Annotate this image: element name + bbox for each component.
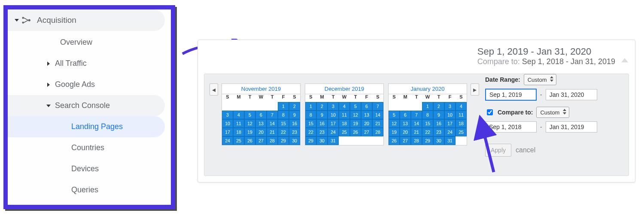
calendar-day-cell[interactable]: 14 xyxy=(267,119,278,128)
calendar-day-cell[interactable]: 24 xyxy=(328,128,339,136)
calendar-day-cell[interactable]: 18 xyxy=(233,128,244,136)
calendar-day-cell[interactable]: 31 xyxy=(328,136,339,145)
calendar-day-cell[interactable]: 7 xyxy=(267,111,278,119)
calendar-day-cell[interactable]: 20 xyxy=(400,128,411,136)
calendar-day-cell[interactable]: 16 xyxy=(316,119,328,128)
calendar-day-cell[interactable]: 30 xyxy=(433,136,444,145)
sidebar-item-google-ads[interactable]: Google Ads xyxy=(8,74,165,95)
calendar-day-cell[interactable]: 5 xyxy=(244,111,255,119)
calendar-day-cell[interactable]: 11 xyxy=(456,111,467,119)
calendar-day-cell[interactable]: 1 xyxy=(422,102,433,111)
calendar-day-cell[interactable]: 8 xyxy=(278,111,289,119)
end-date-input[interactable]: Jan 31, 2020 xyxy=(546,89,597,100)
calendar-day-cell[interactable]: 21 xyxy=(411,128,422,136)
calendar-day-cell[interactable]: 12 xyxy=(389,119,400,128)
calendar-day-cell[interactable]: 14 xyxy=(411,119,422,128)
calendar-day-cell[interactable]: 10 xyxy=(444,111,456,119)
calendar-day-cell[interactable]: 27 xyxy=(255,136,267,145)
calendar-day-cell[interactable]: 1 xyxy=(305,102,316,111)
calendar-day-cell[interactable]: 23 xyxy=(433,128,444,136)
compare-start-date-input[interactable]: Sep 1, 2018 xyxy=(485,121,537,133)
calendar-day-cell[interactable]: 3 xyxy=(328,102,339,111)
calendar-day-cell[interactable]: 20 xyxy=(361,119,372,128)
calendar-day-cell[interactable]: 6 xyxy=(400,111,411,119)
calendar-day-cell[interactable]: 5 xyxy=(350,102,361,111)
calendar-day-cell[interactable]: 17 xyxy=(222,128,233,136)
calendar-day-cell[interactable]: 23 xyxy=(289,128,300,136)
calendar-day-cell[interactable]: 5 xyxy=(389,111,400,119)
compare-select[interactable]: Custom xyxy=(536,107,569,118)
sidebar-item-all-traffic[interactable]: All Traffic xyxy=(8,53,165,74)
calendar-day-cell[interactable]: 4 xyxy=(339,102,350,111)
calendar-day-cell[interactable]: 2 xyxy=(316,102,328,111)
calendar-day-cell[interactable]: 13 xyxy=(255,119,267,128)
date-range-select[interactable]: Custom xyxy=(524,74,557,85)
calendar-day-cell[interactable]: 18 xyxy=(456,119,467,128)
calendar-day-cell[interactable]: 20 xyxy=(255,128,267,136)
calendar-day-cell[interactable]: 22 xyxy=(422,128,433,136)
calendar-day-cell[interactable]: 21 xyxy=(267,128,278,136)
calendar-day-cell[interactable]: 27 xyxy=(361,128,372,136)
calendar-day-cell[interactable]: 2 xyxy=(433,102,444,111)
calendar-day-cell[interactable]: 17 xyxy=(328,119,339,128)
calendar-day-cell[interactable]: 14 xyxy=(372,111,383,119)
sidebar-sub-landing-pages[interactable]: Landing Pages xyxy=(8,116,165,137)
calendar-day-cell[interactable]: 16 xyxy=(289,119,300,128)
calendar-day-cell[interactable]: 12 xyxy=(244,119,255,128)
calendar-day-cell[interactable]: 28 xyxy=(267,136,278,145)
calendar-day-cell[interactable]: 12 xyxy=(350,111,361,119)
calendar-day-cell[interactable]: 22 xyxy=(305,128,316,136)
compare-checkbox[interactable] xyxy=(487,109,493,115)
collapse-caret-icon[interactable] xyxy=(621,58,628,62)
calendar-day-cell[interactable]: 8 xyxy=(305,111,316,119)
calendar-day-cell[interactable]: 26 xyxy=(244,136,255,145)
calendar-day-cell[interactable]: 19 xyxy=(350,119,361,128)
compare-end-date-input[interactable]: Jan 31, 2019 xyxy=(546,121,597,133)
calendar-day-cell[interactable]: 22 xyxy=(278,128,289,136)
apply-button[interactable]: Apply xyxy=(485,144,511,157)
calendar-day-cell[interactable]: 3 xyxy=(222,111,233,119)
calendar-day-cell[interactable]: 1 xyxy=(278,102,289,111)
calendar-day-cell[interactable]: 6 xyxy=(361,102,372,111)
calendar-day-cell[interactable]: 28 xyxy=(372,128,383,136)
calendar-day-cell[interactable]: 24 xyxy=(222,136,233,145)
sidebar-sub-countries[interactable]: Countries xyxy=(8,137,165,158)
calendar-day-cell[interactable]: 25 xyxy=(233,136,244,145)
calendar-day-cell[interactable]: 26 xyxy=(389,136,400,145)
calendar-day-cell[interactable]: 16 xyxy=(433,119,444,128)
calendar-day-cell[interactable]: 25 xyxy=(339,128,350,136)
calendar-day-cell[interactable]: 31 xyxy=(444,136,456,145)
sidebar-sub-queries[interactable]: Queries xyxy=(8,179,165,201)
calendar-day-cell[interactable]: 10 xyxy=(328,111,339,119)
calendar-day-cell[interactable]: 13 xyxy=(400,119,411,128)
sidebar-sub-devices[interactable]: Devices xyxy=(8,158,165,179)
start-date-input[interactable]: Sep 1, 2019 xyxy=(485,89,537,101)
calendar-day-cell[interactable]: 13 xyxy=(361,111,372,119)
calendar-day-cell[interactable]: 8 xyxy=(422,111,433,119)
calendar-day-cell[interactable]: 30 xyxy=(316,136,328,145)
calendar-day-cell[interactable]: 15 xyxy=(305,119,316,128)
calendar-day-cell[interactable]: 10 xyxy=(222,119,233,128)
calendar-day-cell[interactable]: 29 xyxy=(278,136,289,145)
calendar-day-cell[interactable]: 9 xyxy=(316,111,328,119)
calendar-day-cell[interactable]: 9 xyxy=(289,111,300,119)
calendar-day-cell[interactable]: 7 xyxy=(372,102,383,111)
calendar-next-button[interactable]: ▸ xyxy=(471,83,479,96)
calendar-day-cell[interactable]: 11 xyxy=(339,111,350,119)
sidebar-item-overview[interactable]: Overview xyxy=(8,32,165,53)
calendar-day-cell[interactable]: 6 xyxy=(255,111,267,119)
calendar-day-cell[interactable]: 27 xyxy=(400,136,411,145)
calendar-day-cell[interactable]: 3 xyxy=(444,102,456,111)
calendar-day-cell[interactable]: 15 xyxy=(278,119,289,128)
calendar-day-cell[interactable]: 19 xyxy=(244,128,255,136)
calendar-day-cell[interactable]: 19 xyxy=(389,128,400,136)
calendar-day-cell[interactable]: 7 xyxy=(411,111,422,119)
calendar-day-cell[interactable]: 4 xyxy=(456,102,467,111)
calendar-day-cell[interactable]: 28 xyxy=(411,136,422,145)
sidebar-section-acquisition[interactable]: Acquisition xyxy=(8,9,165,31)
calendar-day-cell[interactable]: 29 xyxy=(422,136,433,145)
calendar-day-cell[interactable]: 2 xyxy=(289,102,300,111)
calendar-day-cell[interactable]: 4 xyxy=(233,111,244,119)
calendar-day-cell[interactable]: 30 xyxy=(289,136,300,145)
calendar-day-cell[interactable]: 11 xyxy=(233,119,244,128)
